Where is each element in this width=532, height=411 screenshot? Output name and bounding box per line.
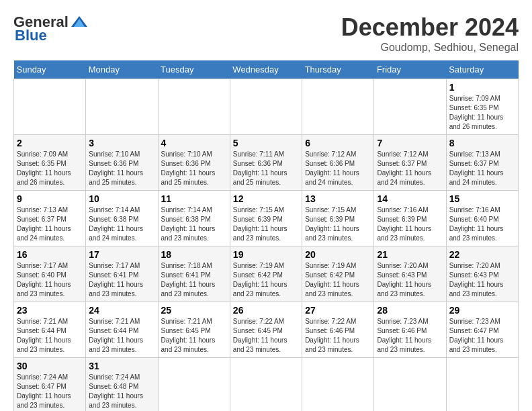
calendar-week-row: 2 Sunrise: 7:09 AMSunset: 6:35 PMDayligh… <box>14 135 519 191</box>
table-row <box>158 358 230 412</box>
table-row <box>158 79 230 135</box>
table-row: 20 Sunrise: 7:19 AMSunset: 6:42 PMDaylig… <box>302 246 374 302</box>
day-detail: Sunrise: 7:12 AMSunset: 6:36 PMDaylight:… <box>305 150 359 186</box>
table-row: 31 Sunrise: 7:24 AMSunset: 6:48 PMDaylig… <box>86 358 158 412</box>
day-detail: Sunrise: 7:17 AMSunset: 6:40 PMDaylight:… <box>17 262 71 298</box>
calendar-table: Sunday Monday Tuesday Wednesday Thursday… <box>13 60 519 411</box>
calendar-week-row: 9 Sunrise: 7:13 AMSunset: 6:37 PMDayligh… <box>14 191 519 246</box>
day-detail: Sunrise: 7:09 AMSunset: 6:35 PMDaylight:… <box>449 95 504 130</box>
day-number: 7 <box>377 138 443 148</box>
table-row <box>230 79 302 135</box>
logo-icon <box>70 15 89 30</box>
day-number: 23 <box>17 305 83 316</box>
table-row <box>302 79 374 135</box>
day-detail: Sunrise: 7:24 AMSunset: 6:47 PMDaylight:… <box>17 373 71 409</box>
day-number: 5 <box>233 138 299 148</box>
day-number: 9 <box>17 193 83 204</box>
col-wednesday: Wednesday <box>230 60 302 79</box>
table-row <box>374 358 446 412</box>
table-row: 5 Sunrise: 7:11 AMSunset: 6:36 PMDayligh… <box>230 135 302 191</box>
table-row: 2 Sunrise: 7:09 AMSunset: 6:35 PMDayligh… <box>14 135 86 191</box>
table-row: 7 Sunrise: 7:12 AMSunset: 6:37 PMDayligh… <box>374 135 446 191</box>
day-detail: Sunrise: 7:13 AMSunset: 6:37 PMDaylight:… <box>17 206 71 242</box>
day-detail: Sunrise: 7:09 AMSunset: 6:35 PMDaylight:… <box>17 150 71 186</box>
logo-blue-text: Blue <box>13 27 47 44</box>
day-detail: Sunrise: 7:10 AMSunset: 6:36 PMDaylight:… <box>161 150 216 186</box>
table-row: 11 Sunrise: 7:14 AMSunset: 6:38 PMDaylig… <box>158 191 230 246</box>
col-saturday: Saturday <box>446 60 518 79</box>
table-row: 21 Sunrise: 7:20 AMSunset: 6:43 PMDaylig… <box>374 246 446 302</box>
day-number: 30 <box>17 361 83 371</box>
day-number: 28 <box>377 305 443 316</box>
day-number: 19 <box>233 249 299 260</box>
day-detail: Sunrise: 7:11 AMSunset: 6:36 PMDaylight:… <box>233 150 287 186</box>
day-detail: Sunrise: 7:16 AMSunset: 6:39 PMDaylight:… <box>377 206 431 242</box>
calendar-week-row: 23 Sunrise: 7:21 AMSunset: 6:44 PMDaylig… <box>14 302 519 358</box>
day-number: 17 <box>89 249 154 260</box>
day-number: 3 <box>89 138 154 148</box>
table-row: 1 Sunrise: 7:09 AMSunset: 6:35 PMDayligh… <box>446 79 518 135</box>
table-row: 8 Sunrise: 7:13 AMSunset: 6:37 PMDayligh… <box>446 135 518 191</box>
day-number: 1 <box>449 82 515 93</box>
calendar-week-row: 16 Sunrise: 7:17 AMSunset: 6:40 PMDaylig… <box>14 246 519 302</box>
table-row: 14 Sunrise: 7:16 AMSunset: 6:39 PMDaylig… <box>374 191 446 246</box>
table-row: 9 Sunrise: 7:13 AMSunset: 6:37 PMDayligh… <box>14 191 86 246</box>
day-number: 4 <box>161 138 227 148</box>
day-detail: Sunrise: 7:21 AMSunset: 6:44 PMDaylight:… <box>17 318 71 353</box>
table-row: 26 Sunrise: 7:22 AMSunset: 6:45 PMDaylig… <box>230 302 302 358</box>
day-detail: Sunrise: 7:12 AMSunset: 6:37 PMDaylight:… <box>377 150 431 186</box>
table-row <box>230 358 302 412</box>
day-number: 8 <box>449 138 515 148</box>
logo: General Blue <box>13 13 89 44</box>
day-detail: Sunrise: 7:20 AMSunset: 6:43 PMDaylight:… <box>377 262 431 298</box>
table-row <box>14 79 86 135</box>
calendar-week-row: 30 Sunrise: 7:24 AMSunset: 6:47 PMDaylig… <box>14 358 519 412</box>
table-row: 10 Sunrise: 7:14 AMSunset: 6:38 PMDaylig… <box>86 191 158 246</box>
table-row: 4 Sunrise: 7:10 AMSunset: 6:36 PMDayligh… <box>158 135 230 191</box>
table-row: 16 Sunrise: 7:17 AMSunset: 6:40 PMDaylig… <box>14 246 86 302</box>
table-row: 30 Sunrise: 7:24 AMSunset: 6:47 PMDaylig… <box>14 358 86 412</box>
month-title: December 2024 <box>341 13 519 42</box>
table-row <box>86 79 158 135</box>
day-number: 12 <box>233 193 299 204</box>
col-thursday: Thursday <box>302 60 374 79</box>
day-detail: Sunrise: 7:18 AMSunset: 6:41 PMDaylight:… <box>161 262 216 298</box>
day-number: 11 <box>161 193 227 204</box>
day-detail: Sunrise: 7:10 AMSunset: 6:36 PMDaylight:… <box>89 150 143 186</box>
calendar-week-row: 1 Sunrise: 7:09 AMSunset: 6:35 PMDayligh… <box>14 79 519 135</box>
day-number: 22 <box>449 249 515 260</box>
day-number: 24 <box>89 305 154 316</box>
day-number: 13 <box>305 193 371 204</box>
table-row <box>374 79 446 135</box>
table-row <box>302 358 374 412</box>
table-row: 12 Sunrise: 7:15 AMSunset: 6:39 PMDaylig… <box>230 191 302 246</box>
day-number: 15 <box>449 193 515 204</box>
day-detail: Sunrise: 7:19 AMSunset: 6:42 PMDaylight:… <box>233 262 287 298</box>
day-detail: Sunrise: 7:17 AMSunset: 6:41 PMDaylight:… <box>89 262 143 298</box>
day-detail: Sunrise: 7:24 AMSunset: 6:48 PMDaylight:… <box>89 373 143 409</box>
day-number: 27 <box>305 305 371 316</box>
day-number: 10 <box>89 193 154 204</box>
day-detail: Sunrise: 7:23 AMSunset: 6:47 PMDaylight:… <box>449 318 504 353</box>
day-number: 25 <box>161 305 227 316</box>
day-detail: Sunrise: 7:22 AMSunset: 6:46 PMDaylight:… <box>305 318 359 353</box>
day-number: 31 <box>89 361 154 371</box>
table-row: 3 Sunrise: 7:10 AMSunset: 6:36 PMDayligh… <box>86 135 158 191</box>
day-detail: Sunrise: 7:16 AMSunset: 6:40 PMDaylight:… <box>449 206 504 242</box>
day-detail: Sunrise: 7:21 AMSunset: 6:44 PMDaylight:… <box>89 318 143 353</box>
day-detail: Sunrise: 7:14 AMSunset: 6:38 PMDaylight:… <box>89 206 143 242</box>
page-header: General Blue December 2024 Goudomp, Sedh… <box>13 13 519 54</box>
day-detail: Sunrise: 7:21 AMSunset: 6:45 PMDaylight:… <box>161 318 216 353</box>
day-detail: Sunrise: 7:14 AMSunset: 6:38 PMDaylight:… <box>161 206 216 242</box>
table-row: 23 Sunrise: 7:21 AMSunset: 6:44 PMDaylig… <box>14 302 86 358</box>
table-row: 29 Sunrise: 7:23 AMSunset: 6:47 PMDaylig… <box>446 302 518 358</box>
day-number: 2 <box>17 138 83 148</box>
table-row: 18 Sunrise: 7:18 AMSunset: 6:41 PMDaylig… <box>158 246 230 302</box>
col-monday: Monday <box>86 60 158 79</box>
day-detail: Sunrise: 7:15 AMSunset: 6:39 PMDaylight:… <box>233 206 287 242</box>
header-row: Sunday Monday Tuesday Wednesday Thursday… <box>14 60 519 79</box>
col-tuesday: Tuesday <box>158 60 230 79</box>
day-detail: Sunrise: 7:13 AMSunset: 6:37 PMDaylight:… <box>449 150 504 186</box>
day-number: 29 <box>449 305 515 316</box>
table-row: 27 Sunrise: 7:22 AMSunset: 6:46 PMDaylig… <box>302 302 374 358</box>
